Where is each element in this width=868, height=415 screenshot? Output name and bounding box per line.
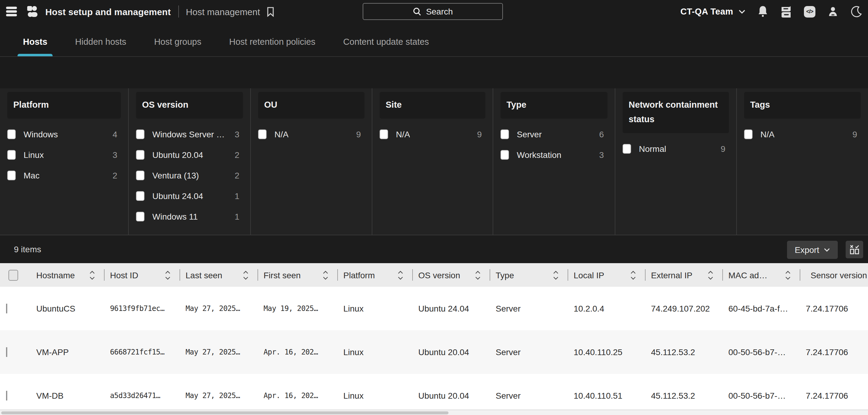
sort-icon[interactable] bbox=[474, 269, 481, 280]
cell-last-seen: May 27, 2025… bbox=[180, 391, 257, 400]
cell-host-id: 6668721fcf15… bbox=[104, 348, 180, 356]
hamburger-menu-icon[interactable] bbox=[5, 6, 18, 17]
col-header-last-seen[interactable]: Last seen bbox=[180, 263, 257, 287]
section-tabs: Hosts Hidden hosts Host groups Host rete… bbox=[0, 23, 868, 57]
api-code-icon[interactable]: </> bbox=[804, 6, 815, 17]
cell-type: Server bbox=[490, 304, 567, 314]
row-checkbox[interactable] bbox=[6, 347, 7, 357]
filter-panel-title: Network containment status bbox=[623, 92, 729, 133]
col-header-mac-address[interactable]: MAC address bbox=[722, 263, 800, 287]
row-checkbox[interactable] bbox=[6, 391, 7, 401]
sort-icon[interactable] bbox=[322, 269, 329, 280]
tab-hidden-hosts[interactable]: Hidden hosts bbox=[73, 37, 128, 56]
scrollbar-thumb[interactable] bbox=[1, 411, 448, 414]
cell-first-seen: Apr. 16, 202… bbox=[257, 348, 337, 356]
col-header-os-version[interactable]: OS version bbox=[412, 263, 490, 287]
col-header-hostname[interactable]: Hostname bbox=[30, 263, 104, 287]
sort-icon[interactable] bbox=[630, 269, 637, 280]
checkbox[interactable] bbox=[500, 129, 509, 139]
sort-icon[interactable] bbox=[164, 269, 171, 280]
col-header-local-ip[interactable]: Local IP bbox=[567, 263, 645, 287]
col-header-sensor-version[interactable]: Sensor version bbox=[800, 263, 868, 287]
tab-hosts[interactable]: Hosts bbox=[21, 37, 49, 56]
table-header-row: Hostname Host ID Last seen First seen Pl… bbox=[0, 263, 868, 287]
messages-icon[interactable] bbox=[780, 6, 792, 17]
row-checkbox[interactable] bbox=[6, 304, 7, 314]
cell-hostname: UbuntuCS bbox=[30, 304, 104, 314]
col-header-platform[interactable]: Platform bbox=[337, 263, 412, 287]
cell-type: Server bbox=[490, 347, 567, 357]
user-profile-icon[interactable] bbox=[828, 6, 838, 17]
app-logo[interactable] bbox=[27, 5, 39, 18]
filter-panel-network-containment: Network containment status Normal9 bbox=[615, 88, 737, 235]
global-search-input[interactable]: Search bbox=[363, 3, 503, 20]
table-row[interactable]: VM-DB a5d33d26471… May 27, 2025… Apr. 16… bbox=[0, 374, 868, 415]
filter-option[interactable]: N/A9 bbox=[258, 129, 365, 139]
checkbox[interactable] bbox=[136, 212, 145, 221]
tab-content-update-states[interactable]: Content update states bbox=[342, 37, 431, 56]
filter-panel-title: OS version bbox=[136, 92, 243, 119]
sort-icon[interactable] bbox=[89, 269, 95, 280]
filter-panel-site: Site N/A9 bbox=[372, 88, 493, 235]
tab-host-groups[interactable]: Host groups bbox=[152, 37, 203, 56]
sort-icon[interactable] bbox=[553, 269, 559, 280]
filter-option[interactable]: N/A9 bbox=[380, 129, 485, 139]
filter-option[interactable]: Normal9 bbox=[623, 144, 729, 154]
filter-option[interactable]: Ventura (13)2 bbox=[136, 171, 243, 180]
checkbox[interactable] bbox=[258, 129, 267, 139]
filter-option[interactable]: Workstation3 bbox=[500, 150, 608, 160]
select-all-checkbox[interactable] bbox=[8, 269, 18, 280]
sort-icon[interactable] bbox=[784, 269, 791, 280]
filter-option[interactable]: Server6 bbox=[500, 129, 608, 139]
export-button[interactable]: Export bbox=[787, 241, 838, 259]
sort-icon[interactable] bbox=[707, 269, 714, 280]
col-header-type[interactable]: Type bbox=[490, 263, 567, 287]
sort-icon[interactable] bbox=[242, 269, 249, 280]
checkbox[interactable] bbox=[7, 171, 16, 180]
filter-option[interactable]: Windows 111 bbox=[136, 212, 243, 221]
hosts-table: Hostname Host ID Last seen First seen Pl… bbox=[0, 263, 868, 415]
filter-option[interactable]: N/A9 bbox=[744, 129, 861, 139]
table-columns-settings-button[interactable] bbox=[846, 241, 863, 258]
table-row[interactable]: UbuntuCS 9613f9fb71ec… May 27, 2025… May… bbox=[0, 287, 868, 330]
col-header-host-id[interactable]: Host ID bbox=[104, 263, 180, 287]
filter-option[interactable]: Mac2 bbox=[7, 171, 121, 180]
notifications-bell-icon[interactable] bbox=[757, 5, 768, 18]
checkbox[interactable] bbox=[136, 150, 145, 160]
cell-sensor-version: 7.24.17706 bbox=[800, 347, 848, 357]
bookmark-icon[interactable] bbox=[267, 6, 274, 17]
dark-mode-moon-icon[interactable] bbox=[850, 6, 862, 17]
checkbox[interactable] bbox=[500, 150, 509, 160]
cell-last-seen: May 27, 2025… bbox=[180, 304, 257, 313]
panels-toggle-icon bbox=[849, 244, 860, 255]
filter-panel-title: Site bbox=[380, 92, 485, 119]
filter-option[interactable]: Windows Server …3 bbox=[136, 129, 243, 139]
team-selector[interactable]: CT-QA Team bbox=[680, 7, 745, 16]
chevron-down-icon bbox=[824, 248, 830, 251]
filter-option[interactable]: Ubuntu 20.042 bbox=[136, 150, 243, 160]
tab-host-retention-policies[interactable]: Host retention policies bbox=[227, 37, 317, 56]
cell-mac-address: 00-50-56-b7-… bbox=[722, 347, 800, 357]
cell-type: Server bbox=[490, 391, 567, 401]
col-header-external-ip[interactable]: External IP bbox=[645, 263, 722, 287]
team-name: CT-QA Team bbox=[680, 7, 733, 16]
col-header-first-seen[interactable]: First seen bbox=[257, 263, 337, 287]
sort-icon[interactable] bbox=[397, 269, 404, 280]
checkbox[interactable] bbox=[380, 129, 388, 139]
cell-mac-address: 60-45-bd-7a-f… bbox=[722, 304, 800, 314]
checkbox[interactable] bbox=[7, 150, 16, 160]
filter-option[interactable]: Ubuntu 24.041 bbox=[136, 191, 243, 201]
checkbox[interactable] bbox=[623, 144, 631, 154]
checkbox[interactable] bbox=[744, 129, 752, 139]
checkbox[interactable] bbox=[7, 129, 16, 139]
checkbox[interactable] bbox=[136, 129, 145, 139]
table-row[interactable]: VM-APP 6668721fcf15… May 27, 2025… Apr. … bbox=[0, 330, 868, 374]
cell-sensor-version: 7.24.17706 bbox=[800, 304, 848, 314]
checkbox[interactable] bbox=[136, 171, 145, 180]
chevron-down-icon bbox=[739, 9, 745, 13]
checkbox[interactable] bbox=[136, 191, 145, 201]
filter-option[interactable]: Linux3 bbox=[7, 150, 121, 160]
title-divider bbox=[178, 5, 179, 18]
horizontal-scrollbar[interactable] bbox=[0, 410, 868, 415]
filter-option[interactable]: Windows4 bbox=[7, 129, 121, 139]
